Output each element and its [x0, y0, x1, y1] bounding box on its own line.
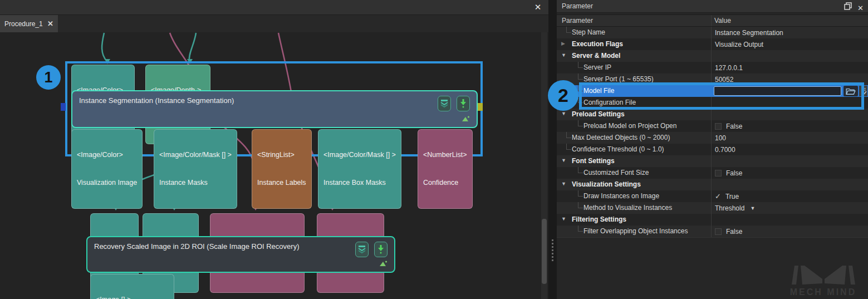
row-preload-model-on-project-open[interactable]: Preload Model on Project Open False — [557, 120, 868, 132]
parameter-table-header: Parameter Value — [557, 14, 868, 27]
tab-close-icon[interactable]: ✕ — [47, 19, 53, 28]
node-title: Recovery Scaled Image in 2D ROI (Scale I… — [94, 242, 299, 251]
port-instance-box-masks[interactable]: <Image/Color/Mask [] > Instance Box Mask… — [318, 129, 401, 209]
graph-canvas-panel: ✕ Procedure_1 ✕ — [0, 0, 548, 299]
port-instance-masks[interactable]: <Image/Color/Mask [] > Instance Masks — [154, 129, 237, 209]
tab-strip: Procedure_1 ✕ — [0, 15, 548, 32]
folder-icon — [846, 87, 856, 95]
parameter-table: Step Name Instance Segmentation ▶ Execut… — [557, 27, 868, 237]
row-filtering-settings[interactable]: ▼ Filtering Settings — [557, 214, 868, 226]
app-window: ✕ Procedure_1 ✕ — [0, 0, 868, 299]
canvas-titlebar: ✕ — [0, 0, 548, 15]
row-model-file[interactable]: Model File — [557, 85, 868, 97]
port-confidence[interactable]: <NumberList> Confidence — [418, 129, 473, 209]
arrow-down-icon — [460, 99, 467, 108]
collapse-arrow-icon[interactable]: ▼ — [561, 181, 566, 187]
tab-label: Procedure_1 — [4, 20, 43, 28]
row-server-and-model[interactable]: ▼ Server & Model — [557, 50, 868, 62]
row-method-to-visualize-instances[interactable]: Method to Visualize Instances Threshold … — [557, 202, 868, 214]
file-options-button[interactable] — [859, 86, 867, 96]
model-file-input[interactable] — [714, 86, 841, 96]
brand-watermark: MECH MIND — [780, 265, 866, 297]
row-font-settings[interactable]: ▼ Font Settings — [557, 155, 868, 167]
group-output-handle[interactable] — [478, 103, 483, 111]
file-edit-icon — [860, 87, 867, 95]
node-scale-image-roi-recovery[interactable]: Recovery Scaled Image in 2D ROI (Scale I… — [86, 236, 395, 273]
close-icon[interactable]: ✕ — [533, 2, 543, 12]
port-roi-recovered-images[interactable]: <Image [] > ROI Recovered Images — [90, 274, 174, 299]
checkbox-unchecked-icon[interactable] — [715, 228, 722, 235]
image-output-indicator-icon — [379, 259, 388, 269]
collapse-arrow-icon[interactable]: ▼ — [561, 158, 566, 163]
run-step-button[interactable] — [457, 96, 470, 111]
row-filter-overlapping-object-instances[interactable]: Filter Overlapping Object Instances Fals… — [557, 226, 868, 237]
float-panel-icon[interactable] — [844, 2, 852, 14]
tab-procedure-1[interactable]: Procedure_1 ✕ — [0, 15, 58, 32]
column-header-value: Value — [714, 17, 731, 24]
double-chevron-down-icon — [440, 99, 448, 108]
arrow-down-icon — [377, 245, 384, 254]
parameter-panel-titlebar: Parameter ✕ — [557, 0, 868, 13]
row-confidence-threshold[interactable]: Confidence Threshold (0 ~ 1.0) 0.7000 — [557, 144, 868, 155]
double-chevron-down-icon — [358, 245, 366, 254]
row-execution-flags[interactable]: ▶ Execution Flags Visualize Output — [557, 38, 868, 50]
checkbox-unchecked-icon[interactable] — [715, 170, 722, 177]
row-draw-instances-on-image[interactable]: Draw Instances on Image ✓ True — [557, 190, 868, 202]
row-step-name[interactable]: Step Name Instance Segmentation — [557, 27, 868, 38]
node-instance-segmentation[interactable]: Instance Segmentation (Instance Segmenta… — [71, 90, 478, 128]
collapse-arrow-icon[interactable]: ▼ — [561, 216, 566, 222]
close-icon[interactable]: ✕ — [857, 2, 864, 14]
canvas-vertical-scrollbar[interactable] — [541, 32, 547, 299]
expand-arrow-icon[interactable]: ▶ — [561, 41, 565, 46]
checkbox-unchecked-icon[interactable] — [715, 123, 722, 130]
group-input-handle[interactable] — [61, 103, 66, 111]
panel-title: Parameter — [562, 2, 593, 10]
column-header-parameter: Parameter — [562, 17, 593, 24]
row-customized-font-size[interactable]: Customized Font Size False — [557, 167, 868, 179]
port-visualization-image[interactable]: <Image/Color> Visualization Image — [71, 129, 143, 209]
image-output-indicator-icon — [462, 114, 470, 124]
browse-file-button[interactable] — [844, 86, 858, 96]
mech-mind-logo-icon — [790, 265, 857, 285]
row-server-port[interactable]: Server Port (1 ~ 65535) 50052 — [557, 73, 868, 85]
splitter-handle-icon[interactable] — [552, 239, 553, 261]
collapse-arrow-icon[interactable]: ▼ — [561, 111, 566, 116]
parameter-panel: Parameter ✕ Parameter Value Step Name — [557, 0, 868, 299]
dropdown-arrow-icon[interactable]: ▼ — [750, 205, 755, 211]
brand-name: MECH MIND — [780, 287, 866, 297]
run-step-button[interactable] — [374, 242, 388, 257]
scrollbar-thumb[interactable] — [542, 219, 547, 284]
wire-to-roi-color-image[interactable] — [102, 33, 107, 61]
collapse-arrow-icon[interactable]: ▼ — [561, 52, 566, 58]
row-max-detected-objects[interactable]: Max Detected Objects (0 ~ 2000) 100 — [557, 132, 868, 144]
wire-to-roi-depth-image[interactable] — [189, 33, 196, 61]
row-server-ip[interactable]: Server IP 127.0.0.1 — [557, 62, 868, 73]
row-configuration-file[interactable]: Configuration File — [557, 97, 868, 109]
node-title: Instance Segmentation (Instance Segmenta… — [79, 96, 234, 105]
row-preload-settings[interactable]: ▼ Preload Settings — [557, 109, 868, 120]
collapse-ports-button[interactable] — [355, 242, 369, 257]
collapse-ports-button[interactable] — [438, 96, 451, 111]
checkmark-icon[interactable]: ✓ — [715, 192, 721, 200]
panel-splitter[interactable] — [548, 0, 557, 299]
port-instance-labels[interactable]: <StringList> Instance Labels — [252, 129, 312, 209]
row-visualization-settings[interactable]: ▼ Visualization Settings — [557, 179, 868, 190]
